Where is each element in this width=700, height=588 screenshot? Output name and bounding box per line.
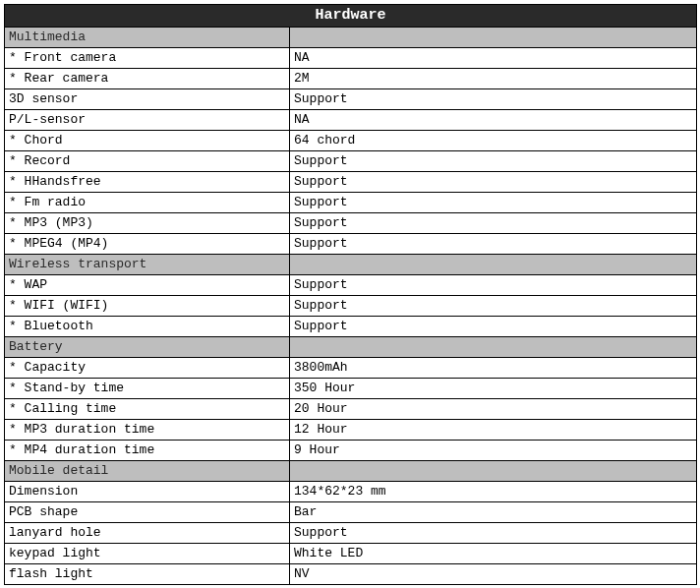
spec-value: 12 Hour bbox=[290, 420, 697, 441]
spec-label: Dimension bbox=[5, 482, 290, 502]
spec-label: * Record bbox=[5, 151, 290, 172]
spec-value: Support bbox=[290, 523, 697, 544]
spec-table: HardwareMultimedia* Front cameraNA* Rear… bbox=[4, 4, 697, 585]
spec-value: Support bbox=[290, 296, 697, 317]
spec-value: NV bbox=[290, 564, 697, 585]
section-row: Multimedia bbox=[5, 28, 697, 48]
spec-value: Support bbox=[290, 89, 697, 110]
spec-label: * MP4 duration time bbox=[5, 441, 290, 461]
spec-value: Support bbox=[290, 193, 697, 213]
spec-label: * MP3 (MP3) bbox=[5, 213, 290, 234]
section-blank bbox=[290, 28, 697, 48]
spec-value: Support bbox=[290, 172, 697, 193]
spec-label: lanyard hole bbox=[5, 523, 290, 544]
spec-value: NA bbox=[290, 110, 697, 131]
spec-label: * Rear camera bbox=[5, 69, 290, 89]
spec-label: * Calling time bbox=[5, 399, 290, 420]
section-blank bbox=[290, 255, 697, 275]
spec-label: 3D sensor bbox=[5, 89, 290, 110]
table-row: * Chord64 chord bbox=[5, 131, 697, 151]
table-row: * Fm radioSupport bbox=[5, 193, 697, 213]
spec-label: * Stand-by time bbox=[5, 379, 290, 399]
section-row: Battery bbox=[5, 337, 697, 358]
table-row: * RecordSupport bbox=[5, 151, 697, 172]
spec-label: PCB shape bbox=[5, 502, 290, 523]
table-row: Dimension134*62*23 mm bbox=[5, 482, 697, 502]
table-row: flash lightNV bbox=[5, 564, 697, 585]
table-row: * Capacity3800mAh bbox=[5, 358, 697, 379]
table-row: * MP3 (MP3)Support bbox=[5, 213, 697, 234]
section-row: Mobile detail bbox=[5, 461, 697, 482]
spec-label: * WIFI (WIFI) bbox=[5, 296, 290, 317]
table-row: * Front cameraNA bbox=[5, 48, 697, 69]
spec-label: P/L-sensor bbox=[5, 110, 290, 131]
section-title: Mobile detail bbox=[5, 461, 290, 482]
spec-label: * MP3 duration time bbox=[5, 420, 290, 441]
table-row: * MPEG4 (MP4)Support bbox=[5, 234, 697, 255]
spec-value: 9 Hour bbox=[290, 441, 697, 461]
table-row: * Rear camera2M bbox=[5, 69, 697, 89]
spec-label: * Chord bbox=[5, 131, 290, 151]
table-row: lanyard holeSupport bbox=[5, 523, 697, 544]
table-row: * MP4 duration time9 Hour bbox=[5, 441, 697, 461]
spec-label: * Bluetooth bbox=[5, 317, 290, 337]
spec-value: Support bbox=[290, 213, 697, 234]
table-row: 3D sensorSupport bbox=[5, 89, 697, 110]
table-row: * WAPSupport bbox=[5, 275, 697, 296]
section-blank bbox=[290, 461, 697, 482]
spec-value: Support bbox=[290, 275, 697, 296]
spec-label: flash light bbox=[5, 564, 290, 585]
spec-value: Support bbox=[290, 234, 697, 255]
table-row: keypad lightWhite LED bbox=[5, 544, 697, 564]
table-header-row: Hardware bbox=[5, 5, 697, 28]
spec-value: 350 Hour bbox=[290, 379, 697, 399]
spec-value: 3800mAh bbox=[290, 358, 697, 379]
spec-value: Support bbox=[290, 317, 697, 337]
table-row: * WIFI (WIFI)Support bbox=[5, 296, 697, 317]
spec-value: White LED bbox=[290, 544, 697, 564]
spec-label: * HHandsfree bbox=[5, 172, 290, 193]
table-header: Hardware bbox=[5, 5, 697, 28]
section-title: Battery bbox=[5, 337, 290, 358]
spec-value: Bar bbox=[290, 502, 697, 523]
spec-value: Support bbox=[290, 151, 697, 172]
spec-label: keypad light bbox=[5, 544, 290, 564]
spec-value: 64 chord bbox=[290, 131, 697, 151]
table-row: * MP3 duration time12 Hour bbox=[5, 420, 697, 441]
section-title: Multimedia bbox=[5, 28, 290, 48]
section-row: Wireless transport bbox=[5, 255, 697, 275]
spec-value: 20 Hour bbox=[290, 399, 697, 420]
spec-label: * Fm radio bbox=[5, 193, 290, 213]
table-row: * Stand-by time350 Hour bbox=[5, 379, 697, 399]
spec-value: NA bbox=[290, 48, 697, 69]
spec-label: * WAP bbox=[5, 275, 290, 296]
spec-label: * Capacity bbox=[5, 358, 290, 379]
table-row: * HHandsfreeSupport bbox=[5, 172, 697, 193]
spec-value: 134*62*23 mm bbox=[290, 482, 697, 502]
spec-value: 2M bbox=[290, 69, 697, 89]
section-title: Wireless transport bbox=[5, 255, 290, 275]
section-blank bbox=[290, 337, 697, 358]
table-row: PCB shapeBar bbox=[5, 502, 697, 523]
table-row: * BluetoothSupport bbox=[5, 317, 697, 337]
table-row: P/L-sensorNA bbox=[5, 110, 697, 131]
spec-label: * Front camera bbox=[5, 48, 290, 69]
spec-label: * MPEG4 (MP4) bbox=[5, 234, 290, 255]
table-row: * Calling time20 Hour bbox=[5, 399, 697, 420]
